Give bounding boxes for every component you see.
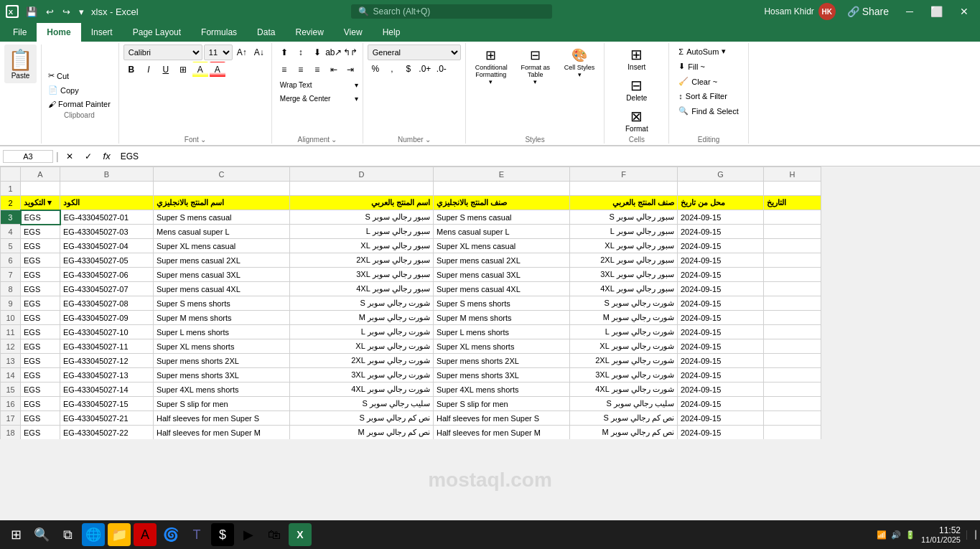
start-button[interactable]: ⊞ bbox=[4, 523, 27, 546]
cell-1-G[interactable] bbox=[678, 182, 764, 196]
cell-15-B[interactable]: EG-433045027-14 bbox=[60, 383, 154, 397]
cell-2-D[interactable]: اسم المنتج بالعربي bbox=[290, 196, 434, 210]
copy-button[interactable]: 📄 Copy bbox=[45, 83, 114, 97]
cell-17-D[interactable]: نص كم رجالي سوبر S bbox=[290, 411, 434, 426]
cell-8-H[interactable] bbox=[764, 282, 821, 296]
show-desktop-button[interactable]: ▕ bbox=[966, 530, 976, 540]
cell-5-E[interactable]: Super XL mens casual bbox=[434, 239, 570, 253]
cell-3-H[interactable] bbox=[764, 210, 821, 225]
redo-button[interactable]: ↪ bbox=[60, 5, 73, 19]
cell-reference-box[interactable] bbox=[3, 150, 53, 163]
col-header-h[interactable]: H bbox=[764, 167, 821, 182]
tab-help[interactable]: Help bbox=[373, 23, 411, 42]
cell-8-F[interactable]: سبور رجالي سوبر 4XL bbox=[570, 282, 678, 296]
share-button[interactable]: 🔗 Share bbox=[841, 4, 895, 19]
cell-12-E[interactable]: Super XL mens shorts bbox=[434, 339, 570, 354]
cell-14-D[interactable]: شورت رجالي سوبر 3XL bbox=[290, 368, 434, 383]
cell-7-F[interactable]: سبور رجالي سوبر 3XL bbox=[570, 268, 678, 282]
merge-center-button[interactable]: Merge & Center bbox=[276, 93, 354, 105]
cell-17-C[interactable]: Half sleeves for men Super S bbox=[154, 411, 290, 426]
cell-11-H[interactable] bbox=[764, 325, 821, 339]
cell-5-C[interactable]: Super XL mens casual bbox=[154, 239, 290, 253]
edge-button[interactable]: 🌐 bbox=[82, 523, 105, 546]
adobe-button[interactable]: A bbox=[134, 523, 157, 546]
cell-5-H[interactable] bbox=[764, 239, 821, 253]
cell-3-C[interactable]: Super S mens casual bbox=[154, 210, 290, 225]
cell-6-B[interactable]: EG-433045027-05 bbox=[60, 253, 154, 268]
underline-button[interactable]: U bbox=[158, 62, 174, 78]
cell-5-G[interactable]: 2024-09-15 bbox=[678, 239, 764, 253]
wrap-text-button[interactable]: Wrap Text bbox=[276, 79, 354, 91]
cell-15-C[interactable]: Super 4XL mens shorts bbox=[154, 383, 290, 397]
cell-13-F[interactable]: شورت رجالي سوبر 2XL bbox=[570, 354, 678, 368]
cell-5-A[interactable]: EGS bbox=[21, 239, 60, 253]
middle-align-button[interactable]: ↕ bbox=[293, 44, 309, 60]
row-number-2[interactable]: 2 bbox=[1, 196, 21, 210]
cell-14-G[interactable]: 2024-09-15 bbox=[678, 368, 764, 383]
cell-11-G[interactable]: 2024-09-15 bbox=[678, 325, 764, 339]
cell-17-E[interactable]: Half sleeves for men Super S bbox=[434, 411, 570, 426]
cell-12-H[interactable] bbox=[764, 339, 821, 354]
cut-button[interactable]: ✂ Cut bbox=[45, 69, 114, 83]
cell-5-B[interactable]: EG-433045027-04 bbox=[60, 239, 154, 253]
cell-1-D[interactable] bbox=[290, 182, 434, 196]
cell-6-G[interactable]: 2024-09-15 bbox=[678, 253, 764, 268]
row-number-12[interactable]: 12 bbox=[1, 339, 21, 354]
insert-function-button[interactable]: fx bbox=[99, 149, 115, 164]
cell-11-F[interactable]: شورت رجالي سوبر L bbox=[570, 325, 678, 339]
cell-15-F[interactable]: شورت رجالي سوبر 4XL bbox=[570, 383, 678, 397]
cell-13-G[interactable]: 2024-09-15 bbox=[678, 354, 764, 368]
cell-18-D[interactable]: نص كم رجالي سوبر M bbox=[290, 426, 434, 440]
cell-14-A[interactable]: EGS bbox=[21, 368, 60, 383]
cell-7-A[interactable]: EGS bbox=[21, 268, 60, 282]
percent-button[interactable]: % bbox=[368, 61, 383, 77]
minimize-button[interactable]: ─ bbox=[900, 4, 919, 19]
clear-button[interactable]: 🧹 Clear ~ bbox=[673, 75, 743, 88]
col-header-b[interactable]: B bbox=[60, 167, 154, 182]
right-align-button[interactable]: ≡ bbox=[309, 62, 325, 78]
cell-9-B[interactable]: EG-433045027-08 bbox=[60, 296, 154, 311]
decrease-indent-button[interactable]: ⇤ bbox=[326, 62, 342, 78]
row-number-8[interactable]: 8 bbox=[1, 282, 21, 296]
cell-4-G[interactable]: 2024-09-15 bbox=[678, 225, 764, 239]
cell-13-H[interactable] bbox=[764, 354, 821, 368]
confirm-formula-button[interactable]: ✓ bbox=[80, 149, 96, 164]
cell-16-A[interactable]: EGS bbox=[21, 397, 60, 411]
cell-16-D[interactable]: سليب رجالي سوبر S bbox=[290, 397, 434, 411]
cell-14-F[interactable]: شورت رجالي سوبر 3XL bbox=[570, 368, 678, 383]
cell-13-B[interactable]: EG-433045027-12 bbox=[60, 354, 154, 368]
cell-6-D[interactable]: سبور رجالي سوبر 2XL bbox=[290, 253, 434, 268]
tab-review[interactable]: Review bbox=[285, 23, 333, 42]
cell-7-G[interactable]: 2024-09-15 bbox=[678, 268, 764, 282]
chrome-button[interactable]: 🌀 bbox=[159, 523, 182, 546]
font-family-select[interactable]: Calibri bbox=[123, 44, 202, 60]
cell-10-G[interactable]: 2024-09-15 bbox=[678, 311, 764, 325]
cell-15-H[interactable] bbox=[764, 383, 821, 397]
row-number-3[interactable]: 3 bbox=[1, 210, 21, 225]
cell-10-B[interactable]: EG-433045027-09 bbox=[60, 311, 154, 325]
paste-button[interactable]: 📋 Paste bbox=[4, 44, 37, 83]
cell-17-A[interactable]: EGS bbox=[21, 411, 60, 426]
cell-1-B[interactable] bbox=[60, 182, 154, 196]
excel-taskbar-button[interactable]: X bbox=[289, 523, 312, 546]
cell-16-H[interactable] bbox=[764, 397, 821, 411]
cell-10-H[interactable] bbox=[764, 311, 821, 325]
fill-color-button[interactable]: A bbox=[192, 62, 208, 78]
cell-6-E[interactable]: Super mens casual 2XL bbox=[434, 253, 570, 268]
row-number-6[interactable]: 6 bbox=[1, 253, 21, 268]
cell-8-G[interactable]: 2024-09-15 bbox=[678, 282, 764, 296]
cell-3-G[interactable]: 2024-09-15 bbox=[678, 210, 764, 225]
cell-17-G[interactable]: 2024-09-15 bbox=[678, 411, 764, 426]
format-button[interactable]: ⊠ Format bbox=[621, 106, 653, 136]
cell-18-C[interactable]: Half sleeves for men Super M bbox=[154, 426, 290, 440]
row-number-4[interactable]: 4 bbox=[1, 225, 21, 239]
tab-data[interactable]: Data bbox=[247, 23, 285, 42]
cell-15-A[interactable]: EGS bbox=[21, 383, 60, 397]
row-number-10[interactable]: 10 bbox=[1, 311, 21, 325]
cell-2-E[interactable]: صنف المنتج بالانجليزي bbox=[434, 196, 570, 210]
search-input[interactable] bbox=[373, 6, 531, 17]
decrease-font-button[interactable]: A↓ bbox=[251, 44, 267, 60]
cell-9-G[interactable]: 2024-09-15 bbox=[678, 296, 764, 311]
formula-input[interactable] bbox=[118, 150, 977, 163]
col-header-d[interactable]: D bbox=[290, 167, 434, 182]
